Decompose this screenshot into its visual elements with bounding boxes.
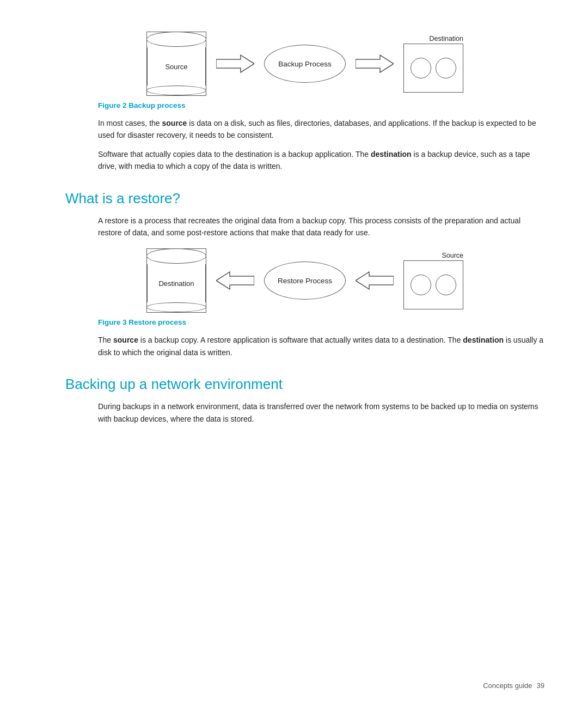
source-tape-box — [403, 260, 463, 309]
dest-cylinder-body: Destination — [147, 264, 206, 302]
svg-marker-3 — [356, 272, 394, 289]
arrow-left-2-icon — [356, 270, 394, 291]
arrow-right-1 — [216, 53, 254, 75]
destination-bold: destination — [371, 150, 412, 159]
arrow-right-2 — [356, 53, 394, 75]
tape-circle-1 — [411, 58, 431, 78]
footer-text: Concepts guide — [483, 681, 532, 690]
svg-marker-2 — [216, 272, 254, 289]
figure2-source: Source — [146, 32, 206, 96]
svg-marker-0 — [216, 55, 254, 72]
destination-label-top: Destination — [429, 35, 463, 42]
arrow-left-1 — [216, 270, 254, 291]
dest-cylinder-bottom — [146, 302, 206, 312]
backup-process-oval: Backup Process — [264, 45, 346, 83]
figure2-destination: Destination — [403, 35, 463, 93]
arrow-right-2-icon — [356, 53, 394, 75]
destination-tape-box — [403, 44, 463, 93]
restore-heading: What is a restore? — [65, 190, 544, 207]
figure3-source: Source — [403, 252, 463, 309]
tape-circle-2 — [436, 58, 456, 78]
source-bold: source — [162, 119, 187, 127]
arrow-left-icon — [216, 270, 254, 291]
restore-desc1: The source is a backup copy. A restore a… — [98, 334, 544, 358]
figure3-diagram: Destination Restore Process Source — [65, 248, 544, 313]
arrow-left-2 — [356, 270, 394, 291]
restore-intro: A restore is a process that recreates th… — [98, 215, 544, 239]
restore-destination-bold: destination — [463, 336, 504, 344]
restore-process-oval: Restore Process — [264, 261, 346, 300]
figure2-desc2: Software that actually copies data to th… — [98, 148, 544, 173]
footer-page: 39 — [537, 681, 544, 690]
dest-cylinder-top — [146, 248, 206, 264]
backup-process-label: Backup Process — [278, 60, 332, 68]
figure2-caption: Figure 2 Backup process — [98, 101, 544, 109]
network-desc1: During backups in a network environment,… — [98, 400, 544, 425]
source-cylinder: Source — [146, 32, 206, 96]
figure2-desc1: In most cases, the source is data on a d… — [98, 117, 544, 142]
cylinder-body: Source — [147, 47, 206, 86]
source-label: Source — [165, 63, 187, 71]
svg-marker-1 — [356, 55, 394, 72]
footer: Concepts guide 39 — [483, 681, 544, 690]
source-tape-circle-2 — [436, 275, 456, 295]
figure3-destination: Destination — [146, 248, 206, 313]
restore-process-label: Restore Process — [278, 277, 332, 285]
figure3-caption: Figure 3 Restore process — [98, 318, 544, 326]
figure2-diagram: Source Backup Process Destination — [65, 32, 544, 96]
source-label-top: Source — [442, 252, 463, 259]
destination-label: Destination — [158, 279, 194, 288]
cylinder-bottom — [146, 86, 206, 95]
destination-cylinder: Destination — [146, 248, 206, 313]
network-heading: Backing up a network environment — [65, 376, 544, 393]
arrow-right-icon — [216, 53, 254, 75]
source-tape-circle-1 — [411, 275, 431, 295]
cylinder-top — [146, 32, 206, 47]
restore-source-bold: source — [113, 336, 138, 344]
